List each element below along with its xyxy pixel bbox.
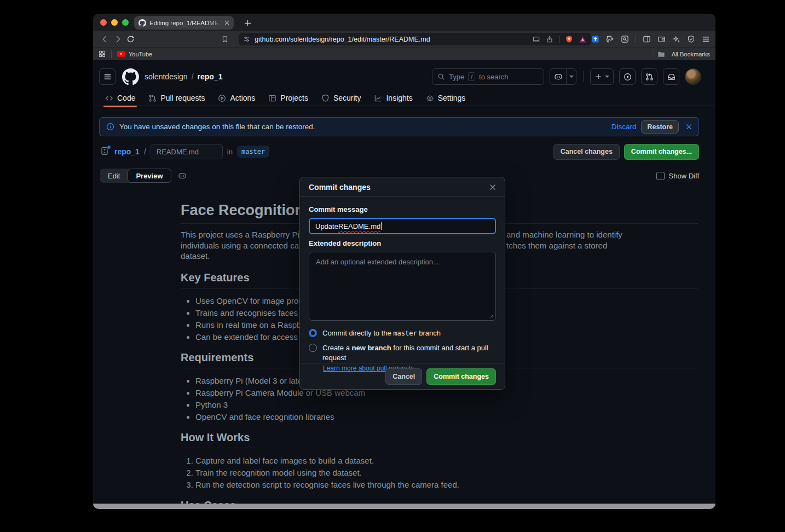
tab-title: Editing repo_1/README.md at bbox=[149, 20, 221, 26]
textarea-placeholder: Add an optional extended description... bbox=[316, 258, 439, 266]
github-header: solentdesign / repo_1 Type / to search bbox=[99, 66, 701, 88]
table-icon bbox=[268, 94, 276, 102]
extended-description-textarea[interactable]: Add an optional extended description... bbox=[309, 252, 496, 321]
breadcrumb-repo[interactable]: repo_1 bbox=[198, 72, 223, 81]
restore-button[interactable]: Restore bbox=[641, 120, 679, 134]
copilot-icon[interactable] bbox=[178, 171, 187, 180]
modal-close-icon[interactable] bbox=[489, 184, 496, 190]
brave-shield-icon[interactable] bbox=[565, 35, 573, 44]
banner-message: You have unsaved changes on this file th… bbox=[119, 123, 315, 131]
all-bookmarks-button[interactable]: All Bookmarks bbox=[672, 51, 710, 57]
extensions-puzzle-icon[interactable] bbox=[606, 35, 614, 43]
privacy-shield-icon[interactable] bbox=[687, 35, 695, 43]
tab-pull-requests[interactable]: Pull requests bbox=[143, 90, 210, 106]
breadcrumb-owner[interactable]: solentdesign bbox=[145, 72, 188, 81]
search-input[interactable]: Type / to search bbox=[432, 68, 544, 85]
window-bottom-strip bbox=[93, 504, 715, 509]
search-slash-keycap: / bbox=[468, 72, 475, 81]
create-new-button[interactable] bbox=[590, 68, 614, 85]
tab-preview[interactable]: Preview bbox=[128, 169, 171, 183]
global-nav-menu-button[interactable] bbox=[99, 68, 116, 85]
user-avatar[interactable] bbox=[685, 68, 701, 85]
tab-label: Pull requests bbox=[160, 94, 205, 102]
tab-settings[interactable]: Settings bbox=[421, 90, 471, 106]
bookmark-icon[interactable] bbox=[218, 33, 232, 46]
tab-label: Code bbox=[117, 94, 135, 102]
tab-close-icon[interactable] bbox=[224, 20, 229, 25]
commit-changes-open-button[interactable]: Commit changes... bbox=[624, 144, 699, 160]
file-bar: repo_1 / README.md in master Cancel chan… bbox=[100, 143, 699, 160]
discard-link[interactable]: Discard bbox=[611, 123, 637, 131]
radio-commit-direct[interactable]: Commit directly to the master branch bbox=[309, 328, 496, 338]
leo-ai-sparkle-icon[interactable] bbox=[672, 35, 680, 43]
tab-actions[interactable]: Actions bbox=[213, 90, 260, 106]
tab-projects[interactable]: Projects bbox=[263, 90, 313, 106]
file-bar-repo-link[interactable]: repo_1 bbox=[114, 147, 140, 156]
file-diff-icon bbox=[100, 147, 110, 157]
copilot-dropdown-caret[interactable] bbox=[567, 69, 576, 84]
new-tab-button[interactable] bbox=[241, 16, 254, 30]
copilot-icon[interactable] bbox=[550, 69, 567, 84]
bookmark-youtube[interactable]: YouTube bbox=[117, 51, 152, 57]
graph-icon bbox=[374, 94, 382, 102]
github-logo[interactable] bbox=[122, 68, 139, 85]
zoom-window-button[interactable] bbox=[122, 19, 129, 26]
filename-input[interactable]: README.md bbox=[151, 144, 223, 159]
radio-selected[interactable] bbox=[309, 329, 317, 337]
browser-menu-icon[interactable] bbox=[702, 35, 710, 43]
breadcrumb: solentdesign / repo_1 bbox=[145, 72, 222, 81]
tab-label: Security bbox=[333, 94, 361, 102]
reading-mode-icon[interactable] bbox=[532, 35, 540, 43]
modal-commit-button[interactable]: Commit changes bbox=[426, 368, 496, 385]
search-tabs-icon[interactable] bbox=[621, 35, 629, 43]
site-settings-icon[interactable] bbox=[243, 36, 250, 43]
issues-button[interactable] bbox=[619, 68, 636, 85]
url-bar[interactable]: github.com/solentdesign/repo_1/edit/mast… bbox=[239, 33, 591, 45]
branch-badge[interactable]: master bbox=[237, 146, 269, 158]
url-text[interactable]: github.com/solentdesign/repo_1/edit/mast… bbox=[255, 36, 528, 43]
bookmarks-bar: YouTube All Bookmarks bbox=[93, 47, 715, 60]
cancel-changes-button[interactable]: Cancel changes bbox=[553, 144, 620, 160]
back-button[interactable] bbox=[99, 33, 112, 46]
info-icon bbox=[106, 123, 114, 131]
tab-edit[interactable]: Edit bbox=[100, 169, 128, 183]
search-placeholder-post: to search bbox=[479, 73, 508, 81]
resize-grip-icon[interactable] bbox=[489, 314, 494, 319]
breadcrumb-separator: / bbox=[192, 72, 194, 81]
commit-message-input[interactable]: Update README.md bbox=[309, 218, 496, 234]
inbox-button[interactable] bbox=[663, 68, 679, 85]
modal-title: Commit changes bbox=[309, 183, 489, 192]
banner-close-icon[interactable] bbox=[686, 124, 692, 130]
divider bbox=[111, 50, 112, 58]
minimize-window-button[interactable] bbox=[111, 19, 118, 26]
tab-insights[interactable]: Insights bbox=[369, 90, 417, 106]
reload-button[interactable] bbox=[124, 33, 137, 46]
forward-button[interactable] bbox=[112, 33, 125, 46]
tab-code[interactable]: Code bbox=[100, 90, 140, 106]
show-diff-checkbox[interactable] bbox=[656, 172, 665, 180]
wallet-icon[interactable] bbox=[657, 35, 666, 43]
copilot-button[interactable] bbox=[550, 68, 576, 85]
sidebar-icon[interactable] bbox=[643, 35, 651, 43]
pull-requests-button[interactable] bbox=[641, 68, 657, 85]
apps-grid-icon[interactable] bbox=[99, 50, 106, 57]
radio-new-branch[interactable]: Create a new branch for this commit and … bbox=[309, 343, 496, 363]
tab-security[interactable]: Security bbox=[316, 90, 366, 106]
modal-cancel-button[interactable]: Cancel bbox=[385, 368, 422, 385]
close-window-button[interactable] bbox=[100, 19, 107, 26]
list-item: Run the detection script to recognise fa… bbox=[195, 479, 698, 491]
radio-unselected[interactable] bbox=[309, 344, 317, 352]
divider bbox=[654, 50, 654, 58]
browser-tab[interactable]: Editing repo_1/README.md at bbox=[134, 16, 234, 30]
tab-label: Insights bbox=[386, 94, 412, 102]
brave-rewards-icon[interactable] bbox=[579, 36, 587, 43]
modified-indicator-dot bbox=[107, 145, 111, 149]
play-circle-icon bbox=[218, 94, 226, 102]
modal-body: Commit message Update README.md Extended… bbox=[300, 205, 505, 373]
share-icon[interactable] bbox=[546, 36, 553, 43]
show-diff-label: Show Diff bbox=[669, 172, 699, 180]
section-heading-how-it-works: How It Works bbox=[181, 431, 698, 448]
divider bbox=[636, 36, 636, 43]
tab-label: Actions bbox=[230, 94, 255, 102]
extension-icon-blue-arrow[interactable] bbox=[591, 35, 599, 43]
